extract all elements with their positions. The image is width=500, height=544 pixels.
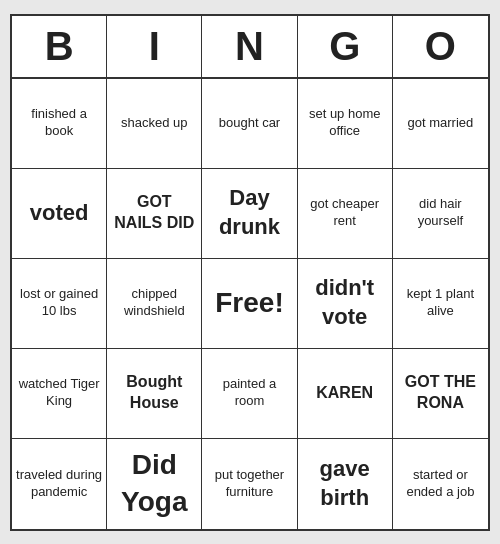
bingo-grid: finished a bookshacked upbought carset u… <box>12 79 488 529</box>
bingo-cell-1[interactable]: shacked up <box>107 79 202 169</box>
bingo-cell-14[interactable]: kept 1 plant alive <box>393 259 488 349</box>
bingo-cell-9[interactable]: did hair yourself <box>393 169 488 259</box>
bingo-letter-b: B <box>12 16 107 77</box>
bingo-letter-n: N <box>202 16 297 77</box>
bingo-header: BINGO <box>12 16 488 79</box>
bingo-cell-11[interactable]: chipped windshield <box>107 259 202 349</box>
bingo-cell-20[interactable]: traveled during pandemic <box>12 439 107 529</box>
bingo-cell-21[interactable]: Did Yoga <box>107 439 202 529</box>
bingo-cell-6[interactable]: GOT NAILS DID <box>107 169 202 259</box>
bingo-cell-17[interactable]: painted a room <box>202 349 297 439</box>
bingo-cell-8[interactable]: got cheaper rent <box>298 169 393 259</box>
bingo-cell-18[interactable]: KAREN <box>298 349 393 439</box>
bingo-letter-g: G <box>298 16 393 77</box>
bingo-letter-o: O <box>393 16 488 77</box>
bingo-cell-0[interactable]: finished a book <box>12 79 107 169</box>
bingo-cell-10[interactable]: lost or gained 10 lbs <box>12 259 107 349</box>
bingo-cell-13[interactable]: didn't vote <box>298 259 393 349</box>
bingo-cell-15[interactable]: watched Tiger King <box>12 349 107 439</box>
bingo-cell-22[interactable]: put together furniture <box>202 439 297 529</box>
bingo-cell-2[interactable]: bought car <box>202 79 297 169</box>
bingo-cell-7[interactable]: Day drunk <box>202 169 297 259</box>
bingo-cell-23[interactable]: gave birth <box>298 439 393 529</box>
bingo-cell-5[interactable]: voted <box>12 169 107 259</box>
bingo-cell-12[interactable]: Free! <box>202 259 297 349</box>
bingo-cell-24[interactable]: started or ended a job <box>393 439 488 529</box>
bingo-cell-16[interactable]: Bought House <box>107 349 202 439</box>
bingo-cell-4[interactable]: got married <box>393 79 488 169</box>
bingo-cell-3[interactable]: set up home office <box>298 79 393 169</box>
bingo-card: BINGO finished a bookshacked upbought ca… <box>10 14 490 531</box>
bingo-cell-19[interactable]: GOT THE RONA <box>393 349 488 439</box>
bingo-letter-i: I <box>107 16 202 77</box>
